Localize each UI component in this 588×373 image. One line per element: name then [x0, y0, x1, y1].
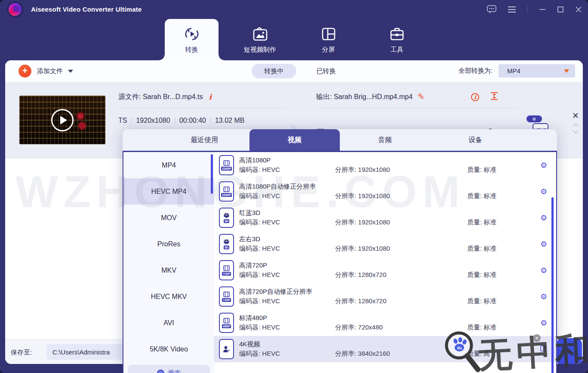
split-screen-icon — [321, 26, 336, 41]
app-title: Aiseesoft Video Converter Ultimate — [31, 6, 142, 13]
add-file-label[interactable]: 添加文件 — [37, 67, 63, 75]
play-icon[interactable] — [51, 109, 74, 131]
source-format: TS — [118, 117, 127, 124]
video-thumbnail[interactable] — [19, 96, 105, 144]
preset-row-1080p[interactable]: 1080P 高清1080P 编码器: HEVC 分辨率: 1920x1080 质… — [214, 152, 556, 178]
format-item-prores[interactable]: ProRes — [123, 231, 214, 257]
custom-profile-person-icon — [219, 339, 234, 359]
preset-name: 高清720P — [239, 261, 531, 270]
film-480p-icon: 480P — [219, 313, 234, 333]
tab-convert-label: 转换 — [185, 46, 198, 54]
segment-converting[interactable]: 转换中 — [252, 64, 296, 78]
output-filename: Sarah Brig...HD.mp4.mp4 — [334, 93, 413, 101]
profile-tab-recent[interactable]: 最近使用 — [159, 129, 249, 151]
preset-row-720p[interactable]: 720P 高清720P 编码器: HEVC 分辨率: 1280x720 质量: … — [214, 257, 556, 283]
feedback-icon[interactable] — [487, 5, 496, 14]
preset-row-480p[interactable]: 480P 标清480P 编码器: HEVC 分辨率: 720x480 质量: 标… — [214, 310, 556, 336]
menu-icon[interactable] — [508, 6, 516, 13]
source-meta: TS 1920x1080 00:00:40 13.02 MB — [118, 117, 287, 124]
profile-tab-audio[interactable]: 音频 — [340, 129, 430, 151]
format-item-5k8k[interactable]: 5K/8K Video — [123, 336, 214, 362]
add-file-caret-icon[interactable] — [68, 70, 73, 73]
preset-list: 1080P 高清1080P 编码器: HEVC 分辨率: 1920x1080 质… — [214, 152, 556, 373]
remove-file-icon[interactable]: ✕ — [572, 112, 579, 120]
format-select-caret-icon — [564, 69, 569, 73]
search-label: 搜索 — [168, 369, 181, 373]
titlebar: Aiseesoft Video Converter Ultimate — [0, 0, 588, 19]
preset-name: 红蓝3D — [239, 209, 531, 217]
format-item-mov[interactable]: MOV — [123, 205, 214, 231]
rename-icon[interactable]: ✎ — [418, 92, 425, 102]
format-item-avi[interactable]: AVI — [123, 310, 214, 336]
add-file-button[interactable]: + — [18, 65, 31, 78]
source-block: 源文件: Sarah Br...D.mp4.ts i TS 1920x1080 … — [118, 91, 287, 124]
source-resolution: 1920x1080 — [136, 117, 170, 124]
source-size: 13.02 MB — [215, 117, 244, 124]
preset-name: 左右3D — [239, 235, 531, 243]
profile-tabs: 最近使用 视频 音频 设备 — [123, 129, 557, 151]
output-format-value: MP4 — [507, 67, 520, 75]
source-filename: Sarah Br...D.mp4.ts — [143, 93, 203, 101]
convert-all-label: 全部转换为: — [459, 67, 493, 75]
tab-collage-label: 分屏 — [322, 46, 335, 54]
convert-icon — [185, 26, 199, 41]
cube-3d-icon: 3D — [219, 234, 234, 254]
output-label: 输出: — [316, 93, 332, 102]
source-info-icon[interactable]: i — [209, 93, 212, 101]
preset-row-sbs-3d[interactable]: 3D 左右3D 编码器: HEVC 分辨率: 1920x1080 质量: 标准 … — [214, 231, 556, 257]
source-label: 源文件: — [118, 93, 141, 102]
output-format-select[interactable]: MP4 — [499, 64, 575, 78]
tab-toolbox-label: 工具 — [391, 46, 403, 54]
app-logo-icon — [7, 1, 23, 18]
tab-collage[interactable]: 分屏 — [302, 19, 355, 60]
app-window: Aiseesoft Video Converter Ultimate — [0, 0, 588, 373]
tab-mv-label: 短视频制作 — [244, 46, 276, 54]
source-divider — [118, 108, 287, 108]
film-1080p-icon: 1080P — [219, 155, 234, 175]
format-item-mp4[interactable]: MP4 — [123, 152, 214, 178]
profile-tab-video[interactable]: 视频 — [249, 129, 340, 151]
film-1080p-icon: 1080P — [219, 181, 234, 202]
source-duration: 00:00:40 — [179, 117, 206, 124]
preset-row-4k[interactable]: 4K视频 编码器: HEVC 分辨率: 3840x2160 质量: 高 — [214, 336, 556, 362]
tab-mv[interactable]: 短视频制作 — [233, 19, 287, 60]
compress-settings-icon[interactable] — [490, 92, 498, 102]
preset-name: 高清1080P — [239, 156, 531, 165]
preset-settings-gear-icon[interactable]: ⚙ — [531, 187, 556, 196]
titlebar-divider — [527, 6, 528, 13]
profile-popup: 最近使用 视频 音频 设备 MP4 HEVC MP4 MOV ProRes MK… — [123, 129, 557, 373]
convert-all-button[interactable] — [557, 338, 582, 364]
preset-name: 高清720P自动修正分辨率 — [239, 288, 531, 296]
format-item-hevc-mp4[interactable]: HEVC MP4 — [123, 178, 214, 205]
profile-tab-device[interactable]: 设备 — [430, 129, 520, 151]
film-720p-icon: 720P — [219, 260, 234, 280]
search-icon — [157, 370, 164, 373]
move-down-icon[interactable] — [572, 130, 579, 134]
main-nav: 转换 短视频制作 分屏 工具 — [0, 19, 588, 60]
sidebar-scrollbar[interactable] — [211, 154, 213, 194]
preset-row-anaglyph-3d[interactable]: 3D 红蓝3D 编码器: HEVC 分辨率: 1920x1080 质量: 标准 … — [214, 205, 556, 231]
maximize-button[interactable] — [557, 6, 564, 13]
watermark-close-icon[interactable]: ✕ — [533, 334, 541, 342]
format-item-mkv[interactable]: MKV — [123, 257, 214, 283]
output-info-icon[interactable]: i — [471, 93, 479, 101]
minimize-button[interactable] — [539, 6, 546, 13]
preset-list-scrollbar[interactable] — [551, 197, 554, 373]
convert-toolbar: + 添加文件 转换中 已转换 全部转换为: MP4 — [5, 60, 583, 82]
format-search-button[interactable]: 搜索 — [128, 365, 210, 373]
move-up-icon[interactable] — [572, 122, 579, 127]
profile-gear-badge-icon[interactable]: ⚙ — [526, 115, 542, 122]
tab-toolbox[interactable]: 工具 — [370, 19, 424, 60]
close-button[interactable] — [575, 6, 582, 13]
segment-converted[interactable]: 已转换 — [307, 64, 345, 78]
output-divider — [316, 108, 518, 108]
preset-row-1080p-auto[interactable]: 1080P 高清1080P自动修正分辨率 编码器: HEVC 分辨率: 1920… — [214, 178, 556, 205]
preset-settings-gear-icon[interactable]: ⚙ — [531, 161, 556, 170]
mv-icon — [252, 26, 268, 41]
tab-convert[interactable]: 转换 — [165, 19, 219, 60]
format-sidebar: MP4 HEVC MP4 MOV ProRes MKV HEVC MKV AVI… — [123, 152, 214, 373]
save-to-label: 保存至: — [11, 348, 32, 357]
preset-row-720p-auto[interactable]: 720P 高清720P自动修正分辨率 编码器: HEVC 分辨率: 1280x7… — [214, 283, 556, 310]
format-item-hevc-mkv[interactable]: HEVC MKV — [123, 283, 214, 310]
preset-name: 标清480P — [239, 314, 531, 322]
